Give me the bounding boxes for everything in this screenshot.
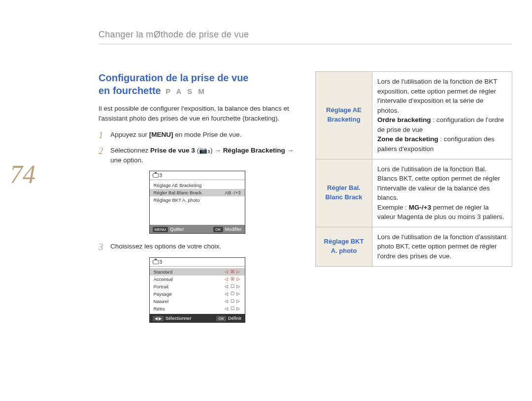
camera-icon bbox=[153, 260, 159, 264]
option-row: Portrait◁ ☐ ▷ bbox=[150, 283, 245, 290]
screen-tab: 3 bbox=[150, 258, 245, 267]
table-row: Réglage BKT A. photo Lors de l'utilisati… bbox=[316, 227, 512, 266]
menu-button-label: MENU bbox=[153, 227, 168, 232]
step-number: 3 bbox=[99, 242, 110, 252]
menu-row: Réglage AE Bracketing bbox=[150, 182, 245, 189]
left-column: Configuration de la prise de vue en four… bbox=[99, 71, 296, 331]
option-label: Réglage BKT A. photo bbox=[316, 227, 372, 266]
option-row: Rétro◁ ☐ ▷ bbox=[150, 305, 245, 312]
option-description: Lors de l'utilisation de la fonction de … bbox=[372, 72, 512, 159]
intro-paragraph: Il est possible de configurer l'expositi… bbox=[99, 104, 296, 123]
option-row: Paysage◁ ☐ ▷ bbox=[150, 290, 245, 298]
ok-button-label: OK bbox=[216, 316, 226, 321]
option-label: Régler Bal. Blanc Brack bbox=[316, 159, 372, 227]
screen-body: Standard◁ ☒ ▷ Accentué◁ ☒ ▷ Portrait◁ ☐ … bbox=[150, 267, 245, 314]
ok-button-label: OK bbox=[213, 227, 223, 232]
screen-tab: 3 bbox=[150, 171, 245, 180]
step-number: 1 bbox=[99, 130, 110, 141]
option-label: Réglage AE Bracketing bbox=[316, 72, 372, 159]
step-3: 3 Choisissez les options de votre choix. bbox=[99, 242, 296, 252]
ui-screenshot-2: 3 Standard◁ ☒ ▷ Accentué◁ ☒ ▷ Portrait◁ … bbox=[149, 257, 245, 323]
options-table: Réglage AE Bracketing Lors de l'utilisat… bbox=[315, 71, 512, 267]
step-2: 2 Sélectionnez Prise de vue 3 (📷₃) → Rég… bbox=[99, 146, 296, 166]
step-1: 1 Appuyez sur [MENU] en mode Prise de vu… bbox=[99, 130, 296, 141]
step-number: 2 bbox=[99, 146, 110, 156]
option-description: Lors de l'utilisation de la fonction Bal… bbox=[372, 159, 512, 227]
screen-footer: ◀ ▶Sélectionner OKDéfinir bbox=[150, 314, 245, 322]
step-text: Choisissez les options de votre choix. bbox=[110, 242, 221, 251]
step-text: Sélectionnez Prise de vue 3 (📷₃) → Régla… bbox=[110, 146, 296, 166]
option-description: Lors de l'utilisation de la fonction d'a… bbox=[372, 227, 512, 266]
right-column: Réglage AE Bracketing Lors de l'utilisat… bbox=[315, 71, 512, 331]
mode-badges: P A S M bbox=[166, 87, 206, 95]
section-title: Configuration de la prise de vue en four… bbox=[99, 71, 296, 97]
title-line2: en fourchette bbox=[99, 85, 161, 96]
menu-row: Réglage BKT A. photo bbox=[150, 196, 245, 204]
option-row-selected: Standard◁ ☒ ▷ bbox=[150, 268, 245, 276]
title-line1: Configuration de la prise de vue bbox=[99, 72, 249, 83]
screen-body: Réglage AE Bracketing Régler Bal.Blanc B… bbox=[150, 180, 245, 225]
camera-icon bbox=[153, 173, 159, 178]
table-row: Réglage AE Bracketing Lors de l'utilisat… bbox=[316, 72, 512, 159]
step-text: Appuyez sur [MENU] en mode Prise de vue. bbox=[110, 130, 241, 140]
screen-footer: MENUQuitter OKModifier bbox=[150, 225, 245, 233]
page-header: Changer la mØthode de prise de vue bbox=[99, 30, 512, 44]
table-row: Régler Bal. Blanc Brack Lors de l'utilis… bbox=[316, 159, 512, 227]
option-row: Accentué◁ ☒ ▷ bbox=[150, 276, 245, 283]
arrows-button-label: ◀ ▶ bbox=[153, 316, 164, 321]
page-number: 74 bbox=[10, 160, 35, 189]
menu-row-selected: Régler Bal.Blanc BrackAB -/+3 bbox=[150, 189, 245, 196]
option-row: Naturel◁ ☐ ▷ bbox=[150, 298, 245, 305]
ui-screenshot-1: 3 Réglage AE Bracketing Régler Bal.Blanc… bbox=[149, 171, 245, 234]
